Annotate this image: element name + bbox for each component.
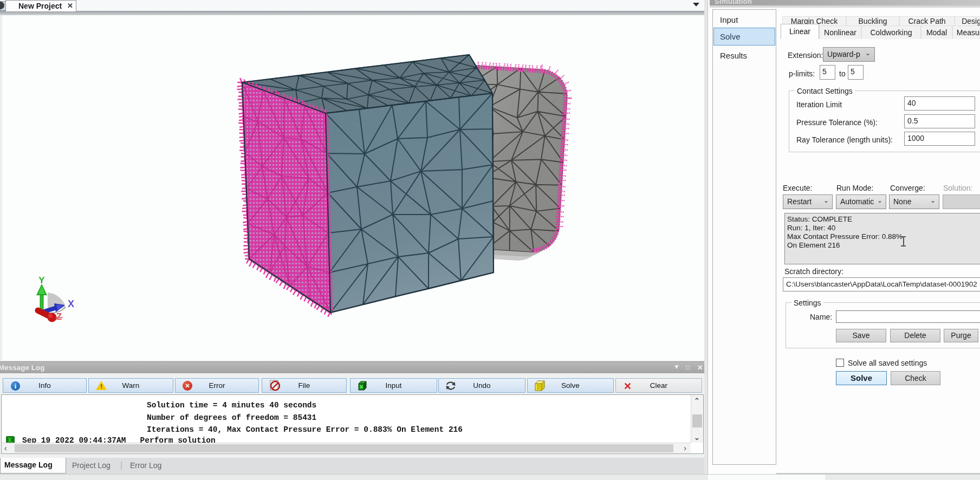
svg-text:X: X (68, 299, 74, 309)
svg-text:Z: Z (56, 312, 62, 322)
svg-text:Y: Y (38, 275, 45, 286)
